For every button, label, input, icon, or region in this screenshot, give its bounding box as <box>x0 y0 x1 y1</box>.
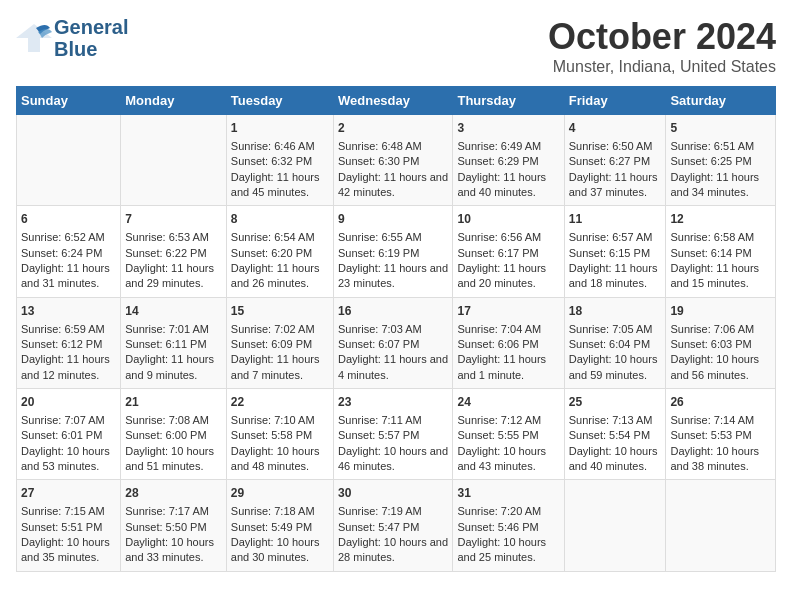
cell-content: Sunset: 6:27 PM <box>569 154 662 169</box>
calendar-cell: 2Sunrise: 6:48 AMSunset: 6:30 PMDaylight… <box>333 115 452 206</box>
cell-content: Daylight: 11 hours and 37 minutes. <box>569 170 662 201</box>
day-number: 2 <box>338 120 448 137</box>
cell-content: Daylight: 10 hours and 59 minutes. <box>569 352 662 383</box>
cell-content: Sunrise: 7:19 AM <box>338 504 448 519</box>
calendar-cell: 17Sunrise: 7:04 AMSunset: 6:06 PMDayligh… <box>453 297 564 388</box>
calendar-cell: 22Sunrise: 7:10 AMSunset: 5:58 PMDayligh… <box>226 389 333 480</box>
cell-content: Daylight: 10 hours and 30 minutes. <box>231 535 329 566</box>
calendar-cell: 15Sunrise: 7:02 AMSunset: 6:09 PMDayligh… <box>226 297 333 388</box>
day-number: 30 <box>338 485 448 502</box>
cell-content: Sunset: 6:22 PM <box>125 246 222 261</box>
cell-content: Sunrise: 6:49 AM <box>457 139 559 154</box>
calendar-cell: 31Sunrise: 7:20 AMSunset: 5:46 PMDayligh… <box>453 480 564 571</box>
cell-content: Sunrise: 6:46 AM <box>231 139 329 154</box>
table-row: 6Sunrise: 6:52 AMSunset: 6:24 PMDaylight… <box>17 206 776 297</box>
logo-blue: Blue <box>54 38 128 60</box>
cell-content: Sunset: 6:06 PM <box>457 337 559 352</box>
cell-content: Sunrise: 7:10 AM <box>231 413 329 428</box>
cell-content: Sunset: 6:30 PM <box>338 154 448 169</box>
calendar-cell: 30Sunrise: 7:19 AMSunset: 5:47 PMDayligh… <box>333 480 452 571</box>
cell-content: Sunrise: 7:11 AM <box>338 413 448 428</box>
header: General Blue October 2024 Munster, India… <box>16 16 776 76</box>
calendar-cell: 7Sunrise: 6:53 AMSunset: 6:22 PMDaylight… <box>121 206 227 297</box>
day-number: 20 <box>21 394 116 411</box>
day-number: 26 <box>670 394 771 411</box>
cell-content: Sunset: 6:00 PM <box>125 428 222 443</box>
cell-content: Daylight: 11 hours and 9 minutes. <box>125 352 222 383</box>
cell-content: Sunset: 6:17 PM <box>457 246 559 261</box>
cell-content: Sunrise: 6:59 AM <box>21 322 116 337</box>
calendar-cell: 3Sunrise: 6:49 AMSunset: 6:29 PMDaylight… <box>453 115 564 206</box>
cell-content: Sunset: 6:29 PM <box>457 154 559 169</box>
calendar-cell: 16Sunrise: 7:03 AMSunset: 6:07 PMDayligh… <box>333 297 452 388</box>
cell-content: Daylight: 11 hours and 23 minutes. <box>338 261 448 292</box>
table-row: 20Sunrise: 7:07 AMSunset: 6:01 PMDayligh… <box>17 389 776 480</box>
cell-content: Daylight: 11 hours and 26 minutes. <box>231 261 329 292</box>
cell-content: Daylight: 10 hours and 43 minutes. <box>457 444 559 475</box>
cell-content: Sunset: 6:25 PM <box>670 154 771 169</box>
cell-content: Daylight: 11 hours and 7 minutes. <box>231 352 329 383</box>
calendar-cell: 11Sunrise: 6:57 AMSunset: 6:15 PMDayligh… <box>564 206 666 297</box>
cell-content: Sunset: 6:14 PM <box>670 246 771 261</box>
logo-text: General Blue <box>54 16 128 60</box>
cell-content: Sunrise: 7:13 AM <box>569 413 662 428</box>
cell-content: Sunset: 5:51 PM <box>21 520 116 535</box>
col-header-saturday: Saturday <box>666 87 776 115</box>
cell-content: Daylight: 10 hours and 40 minutes. <box>569 444 662 475</box>
calendar-cell: 4Sunrise: 6:50 AMSunset: 6:27 PMDaylight… <box>564 115 666 206</box>
cell-content: Sunset: 6:24 PM <box>21 246 116 261</box>
cell-content: Sunset: 6:19 PM <box>338 246 448 261</box>
calendar-cell: 13Sunrise: 6:59 AMSunset: 6:12 PMDayligh… <box>17 297 121 388</box>
cell-content: Sunrise: 6:50 AM <box>569 139 662 154</box>
cell-content: Daylight: 11 hours and 18 minutes. <box>569 261 662 292</box>
day-number: 12 <box>670 211 771 228</box>
cell-content: Sunrise: 7:05 AM <box>569 322 662 337</box>
calendar-cell: 19Sunrise: 7:06 AMSunset: 6:03 PMDayligh… <box>666 297 776 388</box>
cell-content: Daylight: 10 hours and 38 minutes. <box>670 444 771 475</box>
cell-content: Daylight: 10 hours and 48 minutes. <box>231 444 329 475</box>
cell-content: Daylight: 11 hours and 20 minutes. <box>457 261 559 292</box>
cell-content: Sunrise: 7:03 AM <box>338 322 448 337</box>
cell-content: Sunrise: 6:51 AM <box>670 139 771 154</box>
cell-content: Sunrise: 6:48 AM <box>338 139 448 154</box>
day-number: 7 <box>125 211 222 228</box>
cell-content: Sunrise: 7:15 AM <box>21 504 116 519</box>
table-row: 1Sunrise: 6:46 AMSunset: 6:32 PMDaylight… <box>17 115 776 206</box>
day-number: 25 <box>569 394 662 411</box>
col-header-monday: Monday <box>121 87 227 115</box>
cell-content: Sunset: 5:46 PM <box>457 520 559 535</box>
day-number: 23 <box>338 394 448 411</box>
cell-content: Sunset: 6:15 PM <box>569 246 662 261</box>
calendar-cell: 21Sunrise: 7:08 AMSunset: 6:00 PMDayligh… <box>121 389 227 480</box>
cell-content: Daylight: 11 hours and 42 minutes. <box>338 170 448 201</box>
cell-content: Sunset: 5:58 PM <box>231 428 329 443</box>
calendar-cell: 12Sunrise: 6:58 AMSunset: 6:14 PMDayligh… <box>666 206 776 297</box>
day-number: 1 <box>231 120 329 137</box>
calendar-cell <box>17 115 121 206</box>
day-number: 11 <box>569 211 662 228</box>
col-header-friday: Friday <box>564 87 666 115</box>
cell-content: Sunset: 6:04 PM <box>569 337 662 352</box>
title-block: October 2024 Munster, Indiana, United St… <box>548 16 776 76</box>
calendar-cell: 5Sunrise: 6:51 AMSunset: 6:25 PMDaylight… <box>666 115 776 206</box>
cell-content: Sunset: 5:57 PM <box>338 428 448 443</box>
day-number: 31 <box>457 485 559 502</box>
cell-content: Daylight: 11 hours and 12 minutes. <box>21 352 116 383</box>
page: General Blue October 2024 Munster, India… <box>0 0 792 588</box>
cell-content: Daylight: 10 hours and 56 minutes. <box>670 352 771 383</box>
cell-content: Sunrise: 7:17 AM <box>125 504 222 519</box>
table-row: 13Sunrise: 6:59 AMSunset: 6:12 PMDayligh… <box>17 297 776 388</box>
day-number: 9 <box>338 211 448 228</box>
cell-content: Daylight: 10 hours and 28 minutes. <box>338 535 448 566</box>
cell-content: Daylight: 10 hours and 33 minutes. <box>125 535 222 566</box>
day-number: 29 <box>231 485 329 502</box>
day-number: 3 <box>457 120 559 137</box>
cell-content: Daylight: 10 hours and 35 minutes. <box>21 535 116 566</box>
day-number: 10 <box>457 211 559 228</box>
cell-content: Sunset: 5:50 PM <box>125 520 222 535</box>
cell-content: Sunset: 5:53 PM <box>670 428 771 443</box>
cell-content: Sunset: 5:54 PM <box>569 428 662 443</box>
calendar-cell: 27Sunrise: 7:15 AMSunset: 5:51 PMDayligh… <box>17 480 121 571</box>
day-number: 24 <box>457 394 559 411</box>
calendar-cell <box>564 480 666 571</box>
